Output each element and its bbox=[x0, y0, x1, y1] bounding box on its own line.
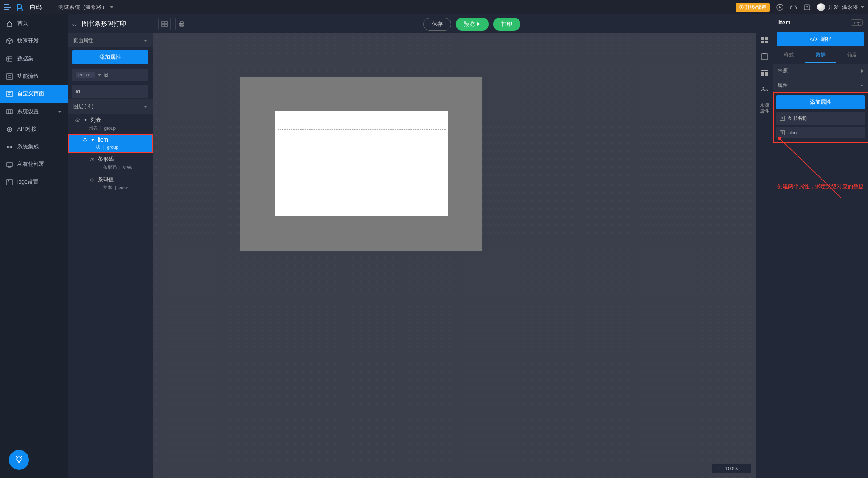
preview-button[interactable]: 预览 bbox=[456, 18, 489, 31]
help-icon[interactable]: ? bbox=[803, 4, 811, 11]
route-value: id bbox=[104, 72, 108, 78]
section-layers[interactable]: 图层 ( 4 ) bbox=[68, 99, 153, 114]
print-button[interactable]: 打印 bbox=[493, 18, 520, 31]
rail-source-attr[interactable]: 来源属性 bbox=[760, 102, 769, 114]
zoom-in-button[interactable]: + bbox=[741, 465, 749, 472]
nav-dataset[interactable]: 数据集 bbox=[0, 50, 68, 67]
layer-name: 条码值 bbox=[98, 176, 114, 184]
play-icon[interactable] bbox=[776, 4, 783, 11]
zoom-out-button[interactable]: − bbox=[714, 465, 722, 472]
zoom-control: − 100% + bbox=[712, 464, 751, 473]
svg-point-15 bbox=[85, 139, 86, 141]
nav-integration[interactable]: 系统集成 bbox=[0, 138, 68, 156]
svg-rect-27 bbox=[761, 41, 764, 43]
layer-row-item[interactable]: item 块 | group bbox=[68, 134, 153, 153]
right-rail: 来源属性 bbox=[756, 14, 773, 478]
nav-logo-settings[interactable]: logo设置 bbox=[0, 173, 68, 191]
layer-type1: 列表 bbox=[89, 125, 98, 131]
nav-label: 快速开发 bbox=[17, 37, 39, 45]
tab-data[interactable]: 数据 bbox=[805, 48, 836, 63]
key-badge[interactable]: key bbox=[851, 19, 863, 26]
settings-icon bbox=[6, 109, 13, 115]
section-attributes[interactable]: 属性 bbox=[773, 78, 868, 92]
dashed-separator bbox=[278, 129, 446, 130]
annotation-text: 创建两个属性，绑定父级对应的数据 bbox=[773, 179, 868, 194]
prop-item-book-name[interactable]: 图书名称 bbox=[776, 112, 865, 125]
add-prop-button[interactable]: 添加属性 bbox=[72, 50, 148, 64]
nav-home[interactable]: 首页 bbox=[0, 14, 68, 32]
nav-custom-page[interactable]: 自定义页面 bbox=[0, 85, 68, 103]
chevron-down-icon bbox=[98, 74, 101, 76]
clock-icon bbox=[739, 5, 744, 9]
rail-components-icon[interactable] bbox=[759, 34, 770, 46]
section-page-props[interactable]: 页面属性 bbox=[68, 33, 153, 47]
layer-row-barcode[interactable]: 条形码 条形码 | view bbox=[68, 153, 153, 173]
caret-down-icon bbox=[861, 6, 864, 8]
collapse-icon bbox=[91, 139, 94, 141]
preview-label: 预览 bbox=[464, 20, 475, 28]
sep: | bbox=[103, 145, 104, 150]
layer-row-barcode-value[interactable]: 条码值 文本 | view bbox=[68, 173, 153, 194]
section-label: 属性 bbox=[778, 82, 788, 89]
flow-icon bbox=[6, 73, 13, 80]
prop-item-isbn[interactable]: isbn bbox=[776, 127, 865, 138]
nav-settings[interactable]: 系统设置 bbox=[0, 103, 68, 120]
nav-label: logo设置 bbox=[17, 178, 38, 186]
svg-rect-11 bbox=[7, 180, 12, 185]
layer-type2: group bbox=[107, 145, 119, 150]
page-title: 图书条形码打印 bbox=[82, 20, 126, 28]
code-icon: </> bbox=[810, 36, 817, 43]
route-pill: ROUTE bbox=[76, 72, 95, 78]
rail-image-icon[interactable] bbox=[759, 83, 770, 95]
upgrade-button[interactable]: 升级/续费 bbox=[736, 3, 770, 12]
topbar-right: 升级/续费 ? 开发_温永将 bbox=[736, 3, 864, 12]
canvas-card[interactable] bbox=[275, 111, 448, 216]
canvas[interactable]: − 100% + bbox=[153, 33, 756, 478]
print-tool-button[interactable] bbox=[175, 18, 188, 30]
divider bbox=[50, 3, 50, 11]
home-icon bbox=[6, 20, 13, 27]
layer-row-list[interactable]: 列表 列表 | group bbox=[68, 114, 153, 134]
save-button[interactable]: 保存 bbox=[423, 18, 451, 31]
layer-name: 列表 bbox=[90, 116, 101, 124]
cloud-icon[interactable] bbox=[790, 4, 797, 11]
inspector-tabs: 样式 数据 触发 bbox=[773, 48, 868, 63]
nav-private-deploy[interactable]: 私有化部署 bbox=[0, 156, 68, 173]
tab-style[interactable]: 样式 bbox=[773, 48, 805, 63]
tab-trigger[interactable]: 触发 bbox=[836, 48, 868, 63]
save-label: 保存 bbox=[432, 20, 443, 28]
menu-icon[interactable] bbox=[4, 4, 11, 11]
chevron-down-icon bbox=[860, 85, 863, 86]
nav-api[interactable]: API对接 bbox=[0, 120, 68, 138]
printer-icon bbox=[179, 21, 185, 27]
section-source[interactable]: 来源 bbox=[773, 64, 868, 78]
nav-label: 系统设置 bbox=[17, 108, 39, 115]
canvas-surface[interactable] bbox=[240, 77, 482, 251]
user-label: 开发_温永将 bbox=[828, 4, 858, 11]
svg-rect-31 bbox=[761, 70, 768, 71]
svg-point-13 bbox=[17, 457, 21, 461]
caret-down-icon bbox=[110, 6, 113, 8]
route-row[interactable]: ROUTE id bbox=[72, 69, 148, 81]
eye-icon bbox=[75, 118, 80, 122]
grid-tool-button[interactable] bbox=[158, 18, 171, 30]
id-row[interactable]: id bbox=[72, 85, 148, 98]
edit-code-button[interactable]: </> 编程 bbox=[777, 32, 864, 46]
cube-icon bbox=[6, 38, 13, 44]
inspector-add-prop-button[interactable]: 添加属性 bbox=[776, 95, 865, 109]
back-button[interactable]: ‹‹ bbox=[72, 21, 76, 28]
topbar: 白码 测试系统（温永将） 升级/续费 ? 开发_温永将 bbox=[0, 0, 868, 14]
system-selector-label: 测试系统（温永将） bbox=[58, 4, 107, 11]
nav-flow[interactable]: 功能流程 bbox=[0, 67, 68, 85]
rail-layout-icon[interactable] bbox=[759, 67, 770, 79]
chevron-down-icon bbox=[144, 106, 147, 108]
user-menu[interactable]: 开发_温永将 bbox=[817, 3, 864, 11]
toolbar-left bbox=[158, 18, 188, 30]
integration-icon bbox=[6, 144, 13, 150]
help-fab[interactable] bbox=[9, 450, 29, 470]
system-selector[interactable]: 测试系统（温永将） bbox=[58, 4, 113, 11]
nav-rapid-dev[interactable]: 快速开发 bbox=[0, 32, 68, 50]
rail-clipboard-icon[interactable] bbox=[759, 51, 770, 62]
svg-point-35 bbox=[763, 87, 764, 89]
upgrade-label: 升级/续费 bbox=[745, 4, 766, 11]
